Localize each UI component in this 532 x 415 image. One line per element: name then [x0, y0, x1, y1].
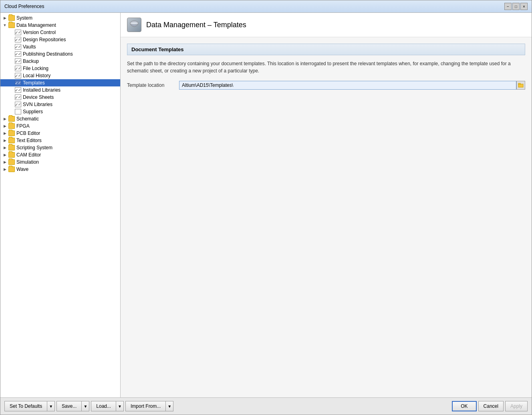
tree-label-schematic: Schematic	[16, 116, 39, 122]
tree-label-vaults: Vaults	[23, 44, 36, 50]
check-design-repos[interactable]: ✓	[15, 37, 21, 42]
ok-button[interactable]: OK	[452, 401, 476, 411]
cancel-button[interactable]: Cancel	[478, 401, 504, 411]
import-button[interactable]: Import From...	[125, 401, 166, 411]
folder-icon-fpga	[8, 123, 15, 129]
browse-icon	[518, 83, 524, 88]
window-controls: − □ ×	[504, 3, 528, 10]
tree-item-device-sheets[interactable]: ✓ Device Sheets	[0, 94, 120, 101]
check-publishing-destinations[interactable]: ✓	[15, 51, 21, 57]
tree-item-file-locking[interactable]: ✓ File Locking	[0, 65, 120, 72]
check-installed-libraries[interactable]: ✓	[15, 87, 21, 93]
tree-label-cam-editor: CAM Editor	[16, 152, 41, 158]
tree-item-system[interactable]: ▶ System	[0, 14, 120, 22]
close-button[interactable]: ×	[520, 3, 528, 10]
expand-schematic[interactable]: ▶	[2, 116, 8, 122]
tree-item-backup[interactable]: ✓ Backup	[0, 58, 120, 65]
tree-item-design-repos[interactable]: ✓ Design Repositories	[0, 36, 120, 43]
section-title: Document Templates	[127, 44, 525, 55]
tree-panel: ▶ System ▼ Data Management ✓ Version Con…	[0, 13, 121, 397]
expand-fpga[interactable]: ▶	[2, 123, 8, 129]
tree-label-templates: Templates	[23, 80, 45, 86]
tree-label-svn-libraries: SVN Libraries	[23, 102, 52, 107]
load-button[interactable]: Load...	[91, 401, 116, 411]
folder-icon-text-editors	[8, 138, 15, 143]
browse-button[interactable]	[516, 81, 525, 90]
save-group: Save... ▼	[56, 401, 89, 411]
set-defaults-dropdown[interactable]: ▼	[47, 401, 55, 411]
tree-label-file-locking: File Locking	[23, 66, 48, 71]
content-header: Data Management – Templates	[121, 13, 532, 37]
maximize-button[interactable]: □	[512, 3, 520, 10]
tree-item-suppliers[interactable]: Suppliers	[0, 108, 120, 115]
tree-label-wave: Wave	[16, 166, 28, 172]
check-templates[interactable]: ✓	[15, 80, 21, 86]
folder-icon-cam-editor	[8, 152, 15, 158]
tree-label-data-management: Data Management	[16, 22, 56, 28]
expand-pcb-editor[interactable]: ▶	[2, 130, 8, 136]
tree-item-cam-editor[interactable]: ▶ CAM Editor	[0, 151, 120, 158]
save-dropdown[interactable]: ▼	[82, 401, 89, 411]
content-title: Data Management – Templates	[146, 21, 246, 29]
check-file-locking[interactable]: ✓	[15, 66, 21, 71]
folder-icon-scripting-system	[8, 145, 15, 150]
tree-item-scripting-system[interactable]: ▶ Scripting System	[0, 144, 120, 151]
svg-point-1	[130, 22, 138, 24]
main-content: ▶ System ▼ Data Management ✓ Version Con…	[0, 13, 532, 397]
load-dropdown[interactable]: ▼	[116, 401, 124, 411]
set-defaults-button[interactable]: Set To Defaults	[4, 401, 47, 411]
tree-item-schematic[interactable]: ▶ Schematic	[0, 115, 120, 122]
tree-item-local-history[interactable]: ✓ Local History	[0, 72, 120, 79]
bottom-bar: Set To Defaults ▼ Save... ▼ Load... ▼ Im…	[0, 397, 532, 415]
expand-scripting-system[interactable]: ▶	[2, 145, 8, 150]
tree-label-fpga: FPGA	[16, 123, 30, 129]
tree-item-pcb-editor[interactable]: ▶ PCB Editor	[0, 130, 120, 137]
expand-system[interactable]: ▶	[2, 15, 8, 21]
expand-wave[interactable]: ▶	[2, 166, 8, 172]
tree-item-templates[interactable]: ✓ Templates	[0, 79, 120, 86]
title-bar: Cloud Preferences − □ ×	[0, 0, 532, 13]
folder-icon-pcb-editor	[8, 130, 15, 136]
preferences-window: Cloud Preferences − □ × ▶ System ▼ Data …	[0, 0, 532, 415]
tree-item-vaults[interactable]: ✓ Vaults	[0, 43, 120, 50]
tree-item-text-editors[interactable]: ▶ Text Editors	[0, 137, 120, 144]
expand-simulation[interactable]: ▶	[2, 159, 8, 165]
tree-item-simulation[interactable]: ▶ Simulation	[0, 158, 120, 166]
tree-label-simulation: Simulation	[16, 159, 39, 165]
save-button[interactable]: Save...	[56, 401, 82, 411]
folder-icon-schematic	[8, 116, 15, 122]
check-local-history[interactable]: ✓	[15, 73, 21, 78]
expand-text-editors[interactable]: ▶	[2, 138, 8, 143]
check-vaults[interactable]: ✓	[15, 44, 21, 50]
section-icon	[127, 18, 141, 32]
tree-label-design-repos: Design Repositories	[23, 37, 66, 42]
expand-cam-editor[interactable]: ▶	[2, 152, 8, 158]
import-dropdown[interactable]: ▼	[166, 401, 173, 411]
template-location-input[interactable]	[179, 81, 516, 90]
tree-item-publishing-destinations[interactable]: ✓ Publishing Destinations	[0, 50, 120, 58]
check-svn-libraries[interactable]: ✓	[15, 102, 21, 107]
tree-item-svn-libraries[interactable]: ✓ SVN Libraries	[0, 101, 120, 108]
tree-item-fpga[interactable]: ▶ FPGA	[0, 122, 120, 130]
tree-label-system: System	[16, 15, 32, 21]
expand-data-management[interactable]: ▼	[2, 22, 8, 28]
tree-item-version-control[interactable]: ✓ Version Control	[0, 29, 120, 36]
tree-label-device-sheets: Device Sheets	[23, 94, 54, 100]
check-suppliers[interactable]	[15, 109, 21, 114]
tree-label-scripting-system: Scripting System	[16, 145, 52, 150]
tree-label-pcb-editor: PCB Editor	[16, 130, 40, 136]
template-location-field	[179, 81, 525, 90]
template-location-label: Template location	[127, 82, 175, 88]
apply-button[interactable]: Apply	[505, 401, 528, 411]
load-group: Load... ▼	[91, 401, 124, 411]
tree-item-wave[interactable]: ▶ Wave	[0, 166, 120, 173]
check-backup[interactable]: ✓	[15, 58, 21, 64]
check-device-sheets[interactable]: ✓	[15, 94, 21, 100]
tree-item-installed-libraries[interactable]: ✓ Installed Libraries	[0, 86, 120, 94]
tree-item-data-management[interactable]: ▼ Data Management	[0, 22, 120, 29]
section-description: Set the path to the directory containing…	[127, 60, 525, 74]
minimize-button[interactable]: −	[504, 3, 512, 10]
check-version-control[interactable]: ✓	[15, 30, 21, 35]
tree-label-local-history: Local History	[23, 73, 50, 78]
content-body: Document Templates Set the path to the d…	[121, 37, 532, 397]
